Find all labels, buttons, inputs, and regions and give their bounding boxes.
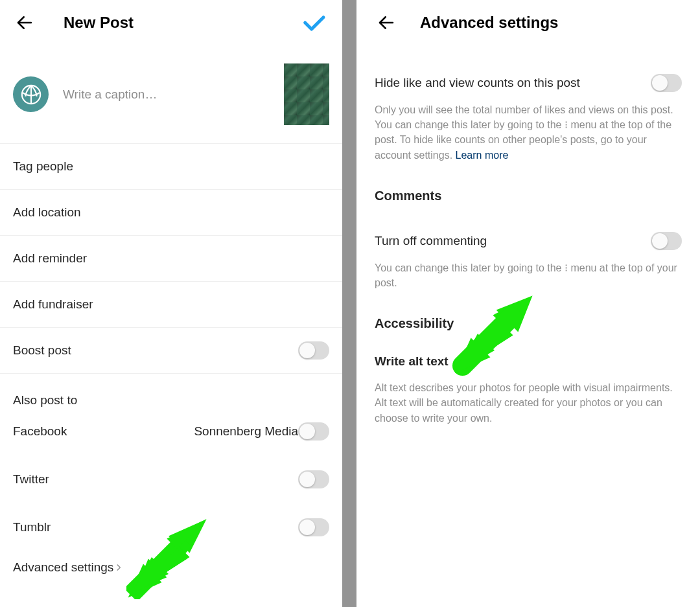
boost-post-label: Boost post xyxy=(13,343,298,358)
add-reminder-row[interactable]: Add reminder xyxy=(0,236,342,282)
tag-people-row[interactable]: Tag people xyxy=(0,144,342,190)
advanced-settings-row[interactable]: Advanced settings xyxy=(0,551,342,584)
write-alt-text-label: Write alt text xyxy=(375,354,449,368)
panel-divider xyxy=(342,0,356,607)
hide-like-description-text: Only you will see the total number of li… xyxy=(375,104,673,161)
add-location-row[interactable]: Add location xyxy=(0,190,342,236)
learn-more-link[interactable]: Learn more xyxy=(456,150,509,161)
hide-like-description: Only you will see the total number of li… xyxy=(375,102,682,177)
caption-area xyxy=(0,45,342,144)
add-reminder-label: Add reminder xyxy=(13,251,329,266)
advanced-settings-panel: Advanced settings Hide like and view cou… xyxy=(356,0,700,607)
post-thumbnail[interactable] xyxy=(284,63,329,125)
back-arrow-icon[interactable] xyxy=(13,11,36,34)
write-alt-text-row[interactable]: Write alt text xyxy=(375,331,682,380)
add-fundraiser-label: Add fundraiser xyxy=(13,297,329,312)
share-twitter-label: Twitter xyxy=(13,472,298,487)
turn-off-commenting-description: You can change this later by going to th… xyxy=(375,260,682,304)
turn-off-commenting-label: Turn off commenting xyxy=(375,234,651,248)
new-post-panel: New Post Tag people Add location Add rem… xyxy=(0,0,342,607)
share-tumblr-label: Tumblr xyxy=(13,520,298,534)
share-facebook-account: Sonnenberg Media xyxy=(194,424,298,439)
hide-like-row: Hide like and view counts on this post xyxy=(375,45,682,102)
hide-like-toggle[interactable] xyxy=(651,74,682,92)
turn-off-commenting-toggle[interactable] xyxy=(651,232,682,250)
share-facebook-label: Facebook xyxy=(13,424,194,439)
write-alt-text-description: Alt text describes your photos for peopl… xyxy=(375,380,682,440)
chevron-right-icon xyxy=(113,562,124,573)
new-post-header: New Post xyxy=(0,0,342,45)
profile-avatar[interactable] xyxy=(13,76,49,112)
tag-people-label: Tag people xyxy=(13,159,329,174)
share-twitter-row: Twitter xyxy=(0,455,342,503)
accessibility-heading: Accessibility xyxy=(375,304,682,331)
boost-post-row: Boost post xyxy=(0,328,342,374)
advanced-settings-label: Advanced settings xyxy=(13,560,113,575)
page-title: New Post xyxy=(64,14,134,32)
turn-off-commenting-row: Turn off commenting xyxy=(375,203,682,260)
share-facebook-row: Facebook Sonnenberg Media xyxy=(0,407,342,455)
boost-post-toggle[interactable] xyxy=(298,341,329,360)
caption-input[interactable] xyxy=(63,87,284,102)
comments-heading: Comments xyxy=(375,177,682,203)
share-facebook-toggle[interactable] xyxy=(298,422,329,441)
back-arrow-icon[interactable] xyxy=(375,11,398,34)
page-title: Advanced settings xyxy=(420,14,558,32)
share-tumblr-row: Tumblr xyxy=(0,503,342,551)
confirm-check-icon[interactable] xyxy=(301,10,327,36)
add-fundraiser-row[interactable]: Add fundraiser xyxy=(0,282,342,328)
hide-like-label: Hide like and view counts on this post xyxy=(375,76,651,90)
share-tumblr-toggle[interactable] xyxy=(298,518,329,536)
advanced-header: Advanced settings xyxy=(356,0,700,45)
also-post-to-label: Also post to xyxy=(0,374,342,407)
add-location-label: Add location xyxy=(13,205,329,220)
share-twitter-toggle[interactable] xyxy=(298,470,329,488)
